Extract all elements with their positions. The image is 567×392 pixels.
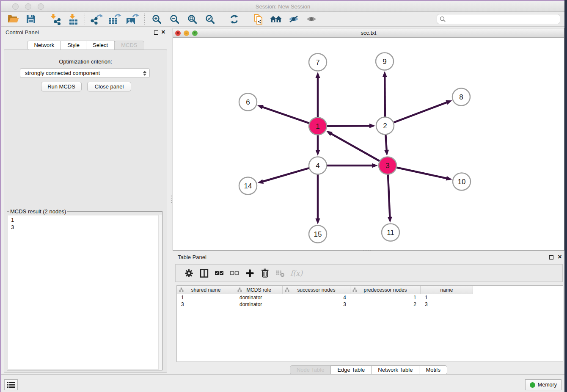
control-panel-tab-network[interactable]: Network — [27, 41, 61, 50]
float-table-panel-button[interactable] — [549, 255, 553, 259]
control-panel-tab-mcds[interactable]: MCDS — [114, 41, 144, 50]
table-panel-tab-network-table[interactable]: Network Table — [371, 365, 419, 375]
zoom-fit-icon — [187, 14, 197, 24]
add-column-button[interactable] — [244, 268, 255, 279]
show-panels-button[interactable] — [305, 13, 318, 25]
table-cell[interactable]: 3 — [283, 301, 350, 308]
function-builder-icon[interactable]: f(x) — [290, 269, 303, 277]
desktop-edge-right — [564, 0, 567, 392]
zoom-in-icon — [152, 14, 162, 24]
graph-edge-arrowhead — [388, 217, 392, 223]
unselect-all-icon — [230, 270, 239, 276]
mcds-result-line: 3 — [11, 224, 161, 231]
export-image-button[interactable] — [126, 13, 139, 25]
table-cell[interactable]: 3 — [177, 301, 235, 308]
graph-edge-2-3[interactable] — [385, 135, 386, 151]
column-header-successor-nodes[interactable]: successor nodes — [283, 286, 350, 294]
horizontal-splitter-handle[interactable] — [361, 249, 373, 251]
table-header-row: shared name MCDS role successor nodes pr… — [177, 286, 563, 294]
graph-edge-4-14[interactable] — [262, 168, 309, 182]
hierarchy-icon — [237, 287, 242, 292]
graph-edge-2-8[interactable] — [394, 102, 448, 122]
zoom-out-button[interactable] — [168, 13, 181, 25]
hide-panels-button[interactable] — [287, 13, 300, 25]
column-header-MCDS-role[interactable]: MCDS role — [235, 286, 283, 294]
close-table-panel-button[interactable]: × — [557, 253, 563, 261]
save-session-button[interactable] — [24, 13, 38, 25]
table-cell[interactable]: 3 — [421, 301, 473, 308]
table-panel-title: Table Panel — [178, 254, 206, 260]
result-scrollbar[interactable] — [158, 215, 162, 370]
close-panel-icon-button[interactable]: × — [160, 28, 166, 36]
table-row[interactable]: 1dominator411 — [177, 294, 563, 301]
table-panel-tab-node-table[interactable]: Node Table — [290, 365, 331, 375]
table-cell[interactable]: 1 — [350, 294, 421, 301]
table-body: 1dominator4113dominator323 — [177, 294, 563, 308]
table-row[interactable]: 3dominator323 — [177, 301, 563, 308]
vertical-splitter-handle[interactable] — [170, 193, 172, 205]
open-session-button[interactable] — [6, 13, 20, 25]
column-selector-button[interactable] — [198, 268, 209, 279]
export-table-button[interactable] — [108, 13, 121, 25]
table-panel-tab-edge-table[interactable]: Edge Table — [330, 365, 372, 375]
control-panel-tab-style[interactable]: Style — [61, 41, 86, 50]
optimization-select[interactable]: strongly connected component — [20, 68, 150, 78]
graph-edge-arrowhead — [383, 71, 387, 77]
graph-edge-3-10[interactable] — [396, 167, 447, 178]
table-cell[interactable]: 1 — [421, 294, 473, 301]
select-all-button[interactable] — [214, 268, 225, 279]
home-view-button[interactable] — [269, 13, 283, 25]
network-view-window: × − + scc.txt 7968124314101511 — [173, 28, 564, 251]
mcds-result-fieldset: MCDS result (2 nodes) 13 — [7, 208, 162, 370]
select-stepper-icon — [142, 70, 147, 76]
network-window-title: scc.txt — [173, 28, 564, 38]
column-header-shared-name[interactable]: shared name — [177, 286, 235, 294]
import-network-button[interactable] — [48, 13, 62, 25]
network-canvas[interactable]: 7968124314101511 — [173, 38, 564, 250]
eye-icon — [306, 15, 317, 23]
status-bar: Memory — [1, 374, 564, 392]
unselect-all-button[interactable] — [229, 268, 240, 279]
graph-edge-1-2[interactable] — [327, 126, 370, 126]
save-floppy-icon — [26, 14, 36, 24]
table-cell[interactable]: 4 — [283, 294, 350, 301]
column-header-name[interactable]: name — [421, 286, 473, 294]
table-cell[interactable]: 1 — [177, 294, 235, 301]
table-cell[interactable]: dominator — [235, 294, 283, 301]
control-panel-tabs: NetworkStyleSelectMCDS — [1, 41, 170, 50]
graph-edge-arrowhead — [257, 105, 264, 109]
table-panel-tab-motifs[interactable]: Motifs — [419, 365, 447, 375]
open-folder-icon — [8, 14, 19, 24]
graph-node-label-14: 14 — [244, 182, 252, 190]
memory-button[interactable]: Memory — [525, 379, 561, 390]
control-panel-tab-select[interactable]: Select — [86, 41, 115, 50]
close-panel-button[interactable]: Close panel — [87, 82, 131, 91]
graph-edge-1-6[interactable] — [262, 107, 309, 123]
mcds-result-text[interactable]: 13 — [8, 215, 161, 369]
float-panel-button[interactable] — [154, 30, 158, 35]
zoom-fit-button[interactable] — [185, 13, 199, 25]
toolbar-separator — [222, 14, 222, 25]
gear-button[interactable] — [183, 268, 194, 279]
graph-edge-arrowhead — [316, 150, 320, 156]
search-input[interactable] — [446, 15, 557, 23]
column-header-predecessor-nodes[interactable]: predecessor nodes — [350, 286, 421, 294]
export-network-button[interactable] — [90, 13, 104, 25]
delete-column-button[interactable] — [259, 268, 270, 279]
refresh-button[interactable] — [227, 13, 241, 25]
graph-edge-3-11[interactable] — [388, 174, 390, 218]
show-panel-list-button[interactable] — [4, 379, 18, 390]
zoom-selected-button[interactable] — [203, 13, 217, 25]
delete-table-button[interactable] — [275, 268, 286, 279]
run-mcds-button[interactable]: Run MCDS — [41, 82, 82, 91]
graph-edge-3-1[interactable] — [330, 133, 380, 161]
table-cell[interactable]: 2 — [350, 301, 421, 308]
table-cell[interactable]: dominator — [235, 301, 283, 308]
graph-edge-2-9[interactable] — [385, 76, 385, 117]
zoom-in-button[interactable] — [150, 13, 163, 25]
control-panel-title: Control Panel — [6, 29, 39, 36]
mcds-result-title: MCDS result (2 nodes) — [9, 208, 67, 215]
import-table-button[interactable] — [66, 13, 80, 25]
copy-style-button[interactable] — [251, 13, 265, 25]
export-image-icon — [126, 14, 139, 25]
